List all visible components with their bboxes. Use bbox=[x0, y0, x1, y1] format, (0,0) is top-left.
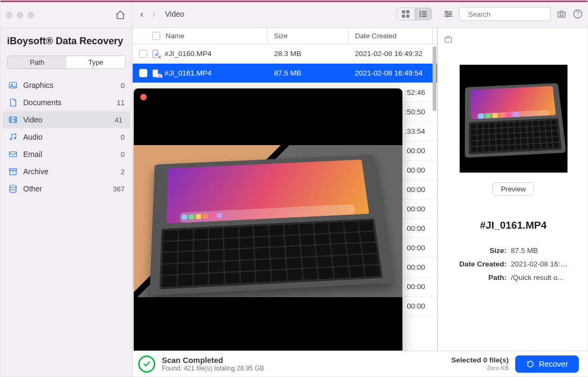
search-field[interactable] bbox=[459, 7, 551, 21]
grid-view-icon[interactable] bbox=[397, 8, 414, 20]
nav-forward-button[interactable]: › bbox=[152, 9, 155, 20]
home-button[interactable] bbox=[114, 9, 127, 22]
svg-point-4 bbox=[420, 11, 421, 13]
file-name: #JI_0161.MP4 bbox=[165, 69, 211, 77]
breadcrumb: Video bbox=[165, 10, 184, 18]
camera-button[interactable] bbox=[556, 8, 567, 20]
file-date: 2021-02-08 16:49:32 bbox=[348, 50, 433, 58]
scrollbar[interactable] bbox=[433, 44, 437, 351]
view-mode-toggle[interactable] bbox=[396, 8, 432, 20]
svg-rect-7 bbox=[422, 13, 427, 15]
segment-type[interactable]: Type bbox=[66, 56, 125, 68]
svg-point-15 bbox=[446, 15, 448, 17]
row-checkbox[interactable] bbox=[139, 69, 147, 77]
segment-path[interactable]: Path bbox=[8, 56, 66, 68]
row-checkbox[interactable] bbox=[139, 50, 147, 58]
svg-rect-28 bbox=[10, 170, 16, 175]
sidebar-item-label: Email bbox=[23, 150, 42, 159]
svg-point-18 bbox=[560, 13, 563, 16]
sidebar-item-label: Video bbox=[23, 115, 43, 124]
sidebar-item-count: 367 bbox=[113, 185, 125, 193]
file-date: 2021-02-08 16:49:54 bbox=[348, 69, 433, 77]
sidebar-item-count: 41 bbox=[115, 116, 122, 124]
nav-back-button[interactable]: ‹ bbox=[140, 9, 143, 20]
sidebar-item-label: Audio bbox=[23, 133, 43, 141]
refresh-icon bbox=[526, 360, 535, 368]
svg-rect-9 bbox=[422, 16, 427, 17]
svg-rect-1 bbox=[406, 10, 409, 13]
sidebar-item-count: 0 bbox=[121, 133, 125, 141]
svg-rect-2 bbox=[402, 15, 405, 18]
file-size: 28.3 MB bbox=[268, 50, 348, 58]
table-row[interactable]: #JI_0160.MP4 28.3 MB2021-02-08 16:49:32 bbox=[133, 44, 437, 64]
sidebar-item-label: Other bbox=[23, 184, 42, 193]
popout-icon[interactable] bbox=[443, 35, 453, 46]
video-frame bbox=[134, 145, 402, 297]
preview-button[interactable]: Preview bbox=[493, 182, 534, 196]
file-icon bbox=[152, 69, 160, 78]
svg-point-25 bbox=[14, 137, 16, 139]
svg-rect-3 bbox=[406, 15, 409, 18]
table-row[interactable]: #JI_0161.MP4 87.5 MB2021-02-08 16:49:54 bbox=[133, 64, 437, 83]
svg-point-30 bbox=[10, 185, 16, 188]
close-icon[interactable] bbox=[140, 94, 147, 100]
sidebar-item-audio[interactable]: Audio0 bbox=[1, 128, 132, 146]
file-name: #JI_0160.MP4 bbox=[165, 50, 211, 58]
sidebar-item-video[interactable]: Video41 bbox=[3, 111, 130, 128]
help-button[interactable]: ? bbox=[572, 8, 583, 20]
svg-point-14 bbox=[449, 13, 450, 15]
select-all-checkbox[interactable] bbox=[152, 32, 160, 40]
accent-strip bbox=[1, 1, 587, 2]
sidebar-item-count: 11 bbox=[117, 99, 125, 107]
sidebar-item-graphics[interactable]: Graphics0 bbox=[1, 77, 132, 94]
col-name[interactable]: Name bbox=[166, 32, 184, 40]
svg-rect-5 bbox=[422, 11, 427, 12]
sidebar-item-label: Archive bbox=[23, 167, 49, 176]
table-header: Name Size Date Created bbox=[133, 28, 437, 44]
sidebar-item-count: 0 bbox=[121, 81, 125, 90]
sidebar-item-email[interactable]: Email0 bbox=[1, 146, 132, 163]
svg-rect-26 bbox=[9, 152, 17, 157]
svg-point-6 bbox=[420, 13, 421, 15]
sidebar-item-other[interactable]: Other367 bbox=[1, 180, 132, 197]
file-icon bbox=[152, 50, 160, 58]
search-input[interactable] bbox=[467, 10, 560, 19]
sidebar-item-count: 2 bbox=[121, 168, 125, 176]
recover-button[interactable]: Recover bbox=[515, 355, 579, 373]
scan-status: Scan Completed Found: 421 file(s) totali… bbox=[162, 356, 264, 372]
svg-point-24 bbox=[10, 138, 12, 140]
path-type-segmented[interactable]: Path Type bbox=[7, 56, 126, 69]
sidebar-item-documents[interactable]: Documents11 bbox=[1, 94, 132, 111]
sidebar-item-label: Documents bbox=[23, 98, 61, 107]
sidebar-item-label: Graphics bbox=[23, 81, 53, 90]
filter-button[interactable] bbox=[443, 8, 454, 20]
svg-text:?: ? bbox=[576, 11, 579, 17]
sidebar-item-archive[interactable]: Archive2 bbox=[1, 163, 132, 180]
svg-rect-0 bbox=[402, 10, 405, 13]
selection-summary: Selected 0 file(s) Zero KB bbox=[451, 356, 509, 371]
window-traffic-lights[interactable] bbox=[6, 12, 34, 18]
svg-point-8 bbox=[420, 16, 421, 17]
video-preview-popup[interactable] bbox=[134, 88, 402, 351]
svg-point-13 bbox=[446, 11, 447, 12]
detail-meta: Size:87.5 MB Date Created:2021-02-08 16:… bbox=[447, 246, 580, 282]
preview-thumbnail bbox=[460, 65, 568, 173]
scan-complete-icon bbox=[138, 355, 155, 373]
app-title: iBoysoft® Data Recovery bbox=[1, 28, 132, 50]
sidebar-item-count: 0 bbox=[121, 150, 125, 159]
list-view-icon[interactable] bbox=[414, 8, 432, 20]
col-size[interactable]: Size bbox=[268, 28, 348, 44]
col-date[interactable]: Date Created bbox=[348, 28, 433, 44]
file-size: 87.5 MB bbox=[268, 69, 348, 77]
detail-filename: #JI_0161.MP4 bbox=[480, 220, 547, 231]
